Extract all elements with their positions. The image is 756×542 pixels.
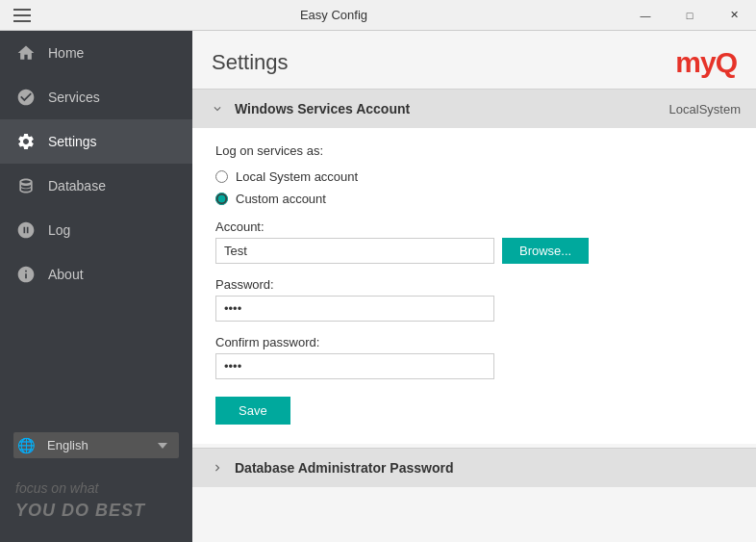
settings-icon — [15, 131, 37, 152]
language-select[interactable]: English Deutsch Français — [39, 432, 175, 458]
account-field-row: Account: Browse... — [215, 219, 733, 264]
sidebar-item-settings[interactable]: Settings — [0, 119, 192, 164]
app-logo: myQ — [675, 46, 737, 79]
minimize-button[interactable]: — — [623, 0, 668, 31]
section-database-admin: Database Administrator Password — [192, 448, 756, 487]
sidebar-label-services: Services — [48, 90, 100, 105]
radio-label-custom-account: Custom account — [236, 192, 326, 206]
section-title-windows-services: Windows Services Account — [235, 101, 669, 116]
account-label: Account: — [215, 219, 733, 234]
sidebar-item-services[interactable]: Services — [0, 75, 192, 119]
language-selector-container: 🌐 English Deutsch Français — [0, 423, 192, 468]
sidebar: Home Services Settings — [0, 31, 192, 542]
titlebar: Easy Config — □ ✕ — [0, 0, 756, 31]
chevron-down-icon — [208, 99, 227, 118]
sidebar-tagline: focus on what YOU DO BEST — [0, 468, 192, 542]
sidebar-item-about[interactable]: About — [0, 252, 192, 297]
log-on-label: Log on services as: — [215, 143, 733, 158]
language-icon: 🌐 — [17, 437, 36, 454]
section-header-database-admin[interactable]: Database Administrator Password — [192, 448, 756, 487]
radio-custom-account[interactable]: Custom account — [215, 192, 733, 206]
sidebar-label-home: Home — [48, 45, 84, 61]
window-controls: — □ ✕ — [623, 0, 756, 31]
log-icon — [15, 219, 37, 241]
chevron-right-icon — [208, 458, 227, 477]
section-body-windows-services: Log on services as: Local System account… — [192, 128, 756, 444]
confirm-password-input[interactable] — [215, 353, 494, 379]
database-icon — [15, 175, 37, 196]
account-input-row: Browse... — [215, 238, 733, 264]
close-button[interactable]: ✕ — [712, 0, 756, 31]
password-field-row: Password: — [215, 277, 733, 322]
sidebar-label-log: Log — [48, 222, 70, 238]
logo-text-my: my — [675, 46, 715, 78]
tagline-bold: YOU DO BEST — [15, 499, 177, 523]
confirm-password-field-row: Confirm password: — [215, 335, 733, 379]
content-header: Settings myQ — [192, 31, 756, 89]
password-label: Password: — [215, 277, 733, 292]
sidebar-item-log[interactable]: Log — [0, 208, 192, 252]
confirm-password-input-row — [215, 353, 733, 379]
section-windows-services: Windows Services Account LocalSystem Log… — [192, 89, 756, 444]
account-input[interactable] — [215, 238, 494, 264]
radio-label-local-system: Local System account — [236, 169, 358, 184]
sidebar-item-home[interactable]: Home — [0, 31, 192, 75]
maximize-button[interactable]: □ — [668, 0, 712, 31]
logo-text-q: Q — [716, 46, 737, 78]
content-body: Windows Services Account LocalSystem Log… — [192, 89, 756, 542]
sidebar-label-about: About — [48, 267, 84, 282]
about-icon — [15, 264, 37, 285]
section-value-windows-services: LocalSystem — [669, 102, 741, 116]
radio-group-account-type: Local System account Custom account — [215, 169, 733, 206]
tagline-italic: focus on what — [15, 479, 177, 499]
radio-local-system[interactable]: Local System account — [215, 169, 733, 184]
main-layout: Home Services Settings — [0, 31, 756, 542]
save-button[interactable]: Save — [215, 397, 290, 425]
section-header-windows-services[interactable]: Windows Services Account LocalSystem — [192, 89, 756, 128]
sidebar-label-settings: Settings — [48, 134, 97, 149]
titlebar-title: Easy Config — [44, 8, 623, 22]
content-area: Settings myQ Windows Services Account Lo… — [192, 31, 756, 542]
section-title-database-admin: Database Administrator Password — [235, 460, 741, 476]
page-title: Settings — [212, 50, 289, 75]
browse-button[interactable]: Browse... — [502, 238, 589, 264]
sidebar-item-database[interactable]: Database — [0, 164, 192, 208]
home-icon — [15, 42, 37, 64]
services-icon — [15, 87, 37, 108]
password-input-row — [215, 296, 733, 322]
hamburger-menu[interactable] — [0, 0, 44, 31]
radio-input-local-system[interactable] — [215, 170, 228, 183]
sidebar-nav: Home Services Settings — [0, 31, 192, 423]
radio-input-custom-account[interactable] — [215, 193, 228, 205]
confirm-password-label: Confirm password: — [215, 335, 733, 349]
password-input[interactable] — [215, 296, 494, 322]
sidebar-label-database: Database — [48, 178, 106, 194]
